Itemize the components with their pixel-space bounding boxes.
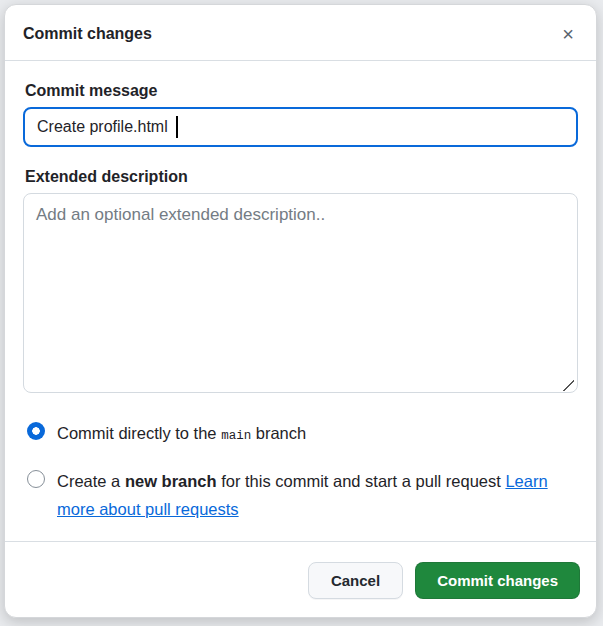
commit-directly-text: Commit directly to the — [57, 424, 221, 442]
commit-message-input-wrap — [23, 107, 578, 147]
commit-message-label: Commit message — [25, 82, 578, 100]
cancel-button[interactable]: Cancel — [308, 562, 403, 599]
close-icon: × — [562, 24, 574, 44]
commit-changes-dialog: Commit changes × Commit message Extended… — [4, 4, 597, 618]
radio-commit-directly[interactable] — [27, 422, 45, 440]
dialog-header: Commit changes × — [5, 5, 596, 60]
dialog-body: Commit message Extended description Comm… — [5, 61, 596, 541]
new-branch-bold: new branch — [125, 472, 217, 490]
commit-message-input[interactable] — [23, 107, 578, 147]
new-branch-suffix: for this commit and start a pull request — [217, 472, 506, 490]
dialog-title: Commit changes — [23, 25, 152, 43]
extended-description-textarea[interactable] — [23, 193, 578, 393]
dialog-footer: Cancel Commit changes — [5, 542, 596, 617]
close-button[interactable]: × — [554, 20, 582, 48]
extended-description-wrap — [23, 193, 578, 397]
commit-directly-suffix: branch — [251, 424, 306, 442]
new-branch-label: Create a new branch for this commit and … — [57, 467, 572, 523]
branch-name-code: main — [221, 429, 251, 443]
option-commit-directly: Commit directly to the main branch — [27, 419, 578, 450]
commit-changes-button[interactable]: Commit changes — [415, 562, 580, 599]
option-new-branch: Create a new branch for this commit and … — [27, 467, 578, 523]
new-branch-prefix: Create a — [57, 472, 125, 490]
radio-new-branch[interactable] — [27, 470, 45, 488]
text-caret — [176, 116, 178, 138]
commit-directly-label: Commit directly to the main branch — [57, 419, 306, 450]
extended-description-label: Extended description — [25, 168, 578, 186]
